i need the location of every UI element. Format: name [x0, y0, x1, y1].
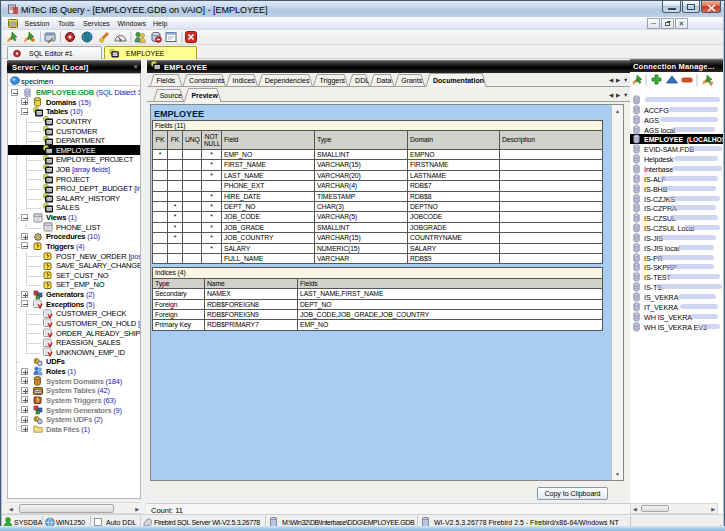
svg-text:Fields: Fields: [156, 77, 175, 84]
svg-text:◀: ◀: [609, 77, 614, 83]
svg-text:Dependencies: Dependencies: [265, 77, 310, 85]
svg-text:▼: ▼: [623, 77, 628, 83]
svg-text:Triggers: Triggers: [320, 77, 346, 85]
svg-text:Data: Data: [377, 77, 392, 84]
svg-text:Constraints: Constraints: [189, 77, 225, 84]
svg-text:Indices: Indices: [233, 77, 256, 84]
svg-text:◀: ◀: [609, 92, 614, 98]
svg-text:Source: Source: [160, 92, 182, 99]
svg-text:▼: ▼: [623, 92, 628, 98]
svg-text:Documentation: Documentation: [433, 77, 484, 84]
svg-text:▶: ▶: [616, 92, 621, 98]
svg-text:DDL: DDL: [355, 77, 369, 84]
svg-text:Grants: Grants: [401, 77, 423, 84]
svg-text:▶: ▶: [616, 77, 621, 83]
svg-text:Preview: Preview: [191, 92, 218, 99]
